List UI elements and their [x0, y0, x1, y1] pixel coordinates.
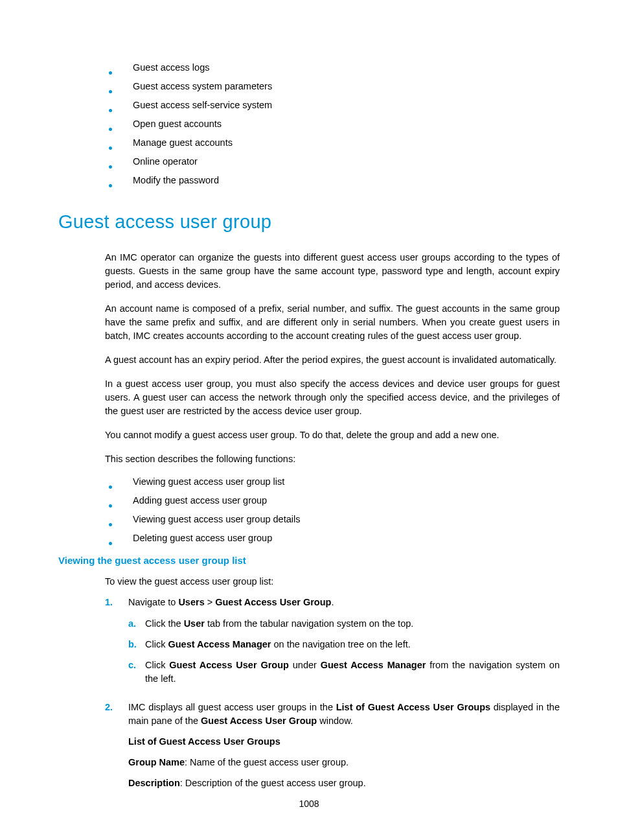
list-item-text: Online operator	[133, 156, 198, 167]
paragraph: An account name is composed of a prefix,…	[105, 302, 560, 343]
ordered-list-item: 1. Navigate to Users > Guest Access User…	[105, 596, 560, 693]
paragraph: A guest account has an expiry period. Af…	[105, 353, 560, 367]
field-label: Description	[128, 778, 180, 788]
sub-list-item: b. Click Guest Access Manager on the nav…	[128, 638, 560, 651]
list-item-text: Viewing guest access user group details	[133, 514, 300, 524]
sub-step-letter: b.	[128, 638, 145, 651]
bullet-icon	[109, 184, 112, 187]
bold-text: Guest Access User Group	[201, 716, 317, 726]
sub-step-body: Click Guest Access Manager on the naviga…	[145, 638, 560, 651]
list-title: List of Guest Access User Groups	[128, 736, 280, 747]
list-item: Deleting guest access user group	[109, 533, 560, 543]
list-item-text: Modify the password	[133, 175, 219, 185]
sub-step-body: Click the User tab from the tabular navi…	[145, 617, 560, 631]
ordered-list: 1. Navigate to Users > Guest Access User…	[105, 596, 560, 797]
list-item: Guest access system parameters	[109, 81, 560, 91]
text: .	[331, 597, 334, 607]
list-item: Viewing guest access user group list	[109, 476, 560, 487]
text: Click	[145, 639, 168, 649]
field-text: : Name of the guest access user group.	[185, 757, 349, 767]
sub-list-item: c. Click Guest Access User Group under G…	[128, 659, 560, 686]
bold-text: Guest Access User Group	[215, 597, 331, 607]
bullet-icon	[109, 504, 112, 508]
sub-step-letter: a.	[128, 617, 145, 631]
function-bullet-list: Viewing guest access user group list Add…	[109, 476, 560, 543]
list-item: Open guest accounts	[109, 119, 560, 129]
sub-ordered-list: a. Click the User tab from the tabular n…	[128, 617, 560, 686]
step-number: 1.	[105, 596, 128, 693]
bullet-icon	[109, 128, 112, 131]
list-item: Viewing guest access user group details	[109, 514, 560, 524]
list-item-text: Manage guest accounts	[133, 137, 233, 148]
text: Navigate to	[128, 597, 178, 607]
bold-text: Guest Access User Group	[169, 660, 289, 670]
list-item: Online operator	[109, 156, 560, 167]
list-item: Guest access logs	[109, 62, 560, 73]
paragraph: In a guest access user group, you must a…	[105, 377, 560, 418]
text: IMC displays all guest access user group…	[128, 702, 336, 712]
bullet-icon	[109, 146, 112, 150]
subsection-heading: Viewing the guest access user group list	[58, 555, 560, 566]
list-item-text: Open guest accounts	[133, 119, 222, 129]
list-item: Adding guest access user group	[109, 495, 560, 506]
field-label: Group Name	[128, 757, 185, 767]
text: Click	[145, 660, 169, 670]
section-content: An IMC operator can organize the guests …	[105, 251, 560, 543]
text: window.	[317, 716, 353, 726]
sub-step-letter: c.	[128, 659, 145, 686]
bullet-icon	[109, 523, 112, 526]
list-item-text: Guest access self-service system	[133, 100, 272, 110]
bullet-icon	[109, 165, 112, 169]
bullet-icon	[109, 542, 112, 545]
list-item: Manage guest accounts	[109, 137, 560, 148]
bullet-icon	[109, 71, 112, 75]
sub-step-body: Click Guest Access User Group under Gues…	[145, 659, 560, 686]
list-item-text: Guest access system parameters	[133, 81, 272, 91]
sub-list-item: a. Click the User tab from the tabular n…	[128, 617, 560, 631]
list-item: Modify the password	[109, 175, 560, 185]
intro-text: To view the guest access user group list…	[105, 576, 560, 587]
list-item-text: Guest access logs	[133, 62, 209, 73]
bold-text: User	[184, 618, 205, 629]
field-text: : Description of the guest access user g…	[180, 778, 366, 788]
bold-text: Guest Access Manager	[168, 639, 271, 649]
bold-text: Guest Access Manager	[321, 660, 426, 670]
step-body: IMC displays all guest access user group…	[128, 701, 560, 797]
list-item-text: Adding guest access user group	[133, 495, 267, 506]
section-heading: Guest access user group	[58, 211, 560, 233]
list-item-text: Viewing guest access user group list	[133, 476, 284, 487]
page-number: 1008	[0, 799, 618, 809]
text: under	[289, 660, 321, 670]
bullet-icon	[109, 109, 112, 112]
list-item: Guest access self-service system	[109, 100, 560, 110]
bullet-icon	[109, 90, 112, 93]
bullet-icon	[109, 485, 112, 489]
paragraph: This section describes the following fun…	[105, 452, 560, 466]
text: on the navigation tree on the left.	[271, 639, 411, 649]
bold-text: Users	[178, 597, 204, 607]
paragraph: An IMC operator can organize the guests …	[105, 251, 560, 292]
list-item-text: Deleting guest access user group	[133, 533, 272, 543]
step-body: Navigate to Users > Guest Access User Gr…	[128, 596, 560, 693]
step-number: 2.	[105, 701, 128, 797]
ordered-list-item: 2. IMC displays all guest access user gr…	[105, 701, 560, 797]
text: >	[205, 597, 216, 607]
paragraph: You cannot modify a guest access user gr…	[105, 428, 560, 442]
top-bullet-list: Guest access logs Guest access system pa…	[109, 62, 560, 185]
text: Click the	[145, 618, 184, 629]
text: tab from the tabular navigation system o…	[205, 618, 413, 629]
bold-text: List of Guest Access User Groups	[336, 702, 490, 712]
